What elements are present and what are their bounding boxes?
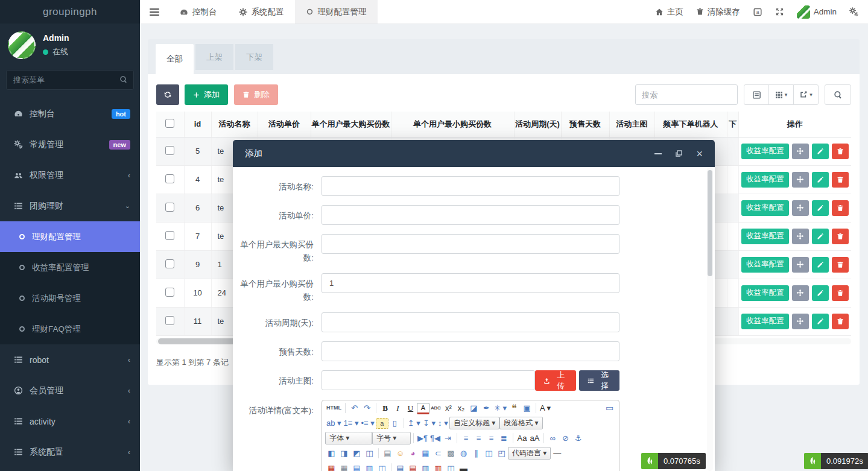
sidebar-item-dashboard[interactable]: 控制台 hot	[0, 98, 140, 129]
emoji-icon[interactable]: ☺	[394, 447, 407, 460]
navtab-finance-config[interactable]: 理财配置管理	[295, 0, 378, 24]
upload-button[interactable]: 上传	[535, 370, 576, 391]
font-family-select[interactable]: 字体 ▾	[325, 432, 372, 444]
drag-sort-button[interactable]	[792, 144, 809, 159]
row-checkbox[interactable]	[165, 203, 174, 212]
custom-title-select[interactable]: 自定义标题 ▾	[449, 417, 499, 429]
sidebar-item-auth[interactable]: 权限管理 ‹	[0, 160, 140, 191]
column-header-cycle[interactable]: 活动周期(天)	[514, 112, 561, 137]
rtl-icon[interactable]: ¶◀	[429, 432, 442, 444]
align-left-icon[interactable]: ≡	[460, 432, 472, 444]
column-header-clipped[interactable]: 下	[727, 112, 738, 137]
drag-sort-button[interactable]	[792, 172, 809, 188]
insert-image-icon[interactable]: ▤	[381, 447, 394, 460]
search-icon[interactable]	[119, 75, 128, 84]
font-menu-icon[interactable]: A ▾	[539, 402, 552, 414]
sidebar-item-finance-config[interactable]: 理财配置管理	[0, 221, 140, 252]
toolbar-separator[interactable]	[376, 403, 376, 413]
link-icon[interactable]: ∞	[546, 432, 559, 444]
cycle-days-input[interactable]	[322, 312, 619, 332]
add-button[interactable]: 添加	[185, 84, 228, 105]
align-center-icon[interactable]: ≡	[472, 432, 485, 444]
code-language-select[interactable]: 代码语言 ▾	[508, 447, 551, 460]
paragraph-bottom-icon[interactable]: ↧ ▾	[422, 417, 437, 429]
row-checkbox[interactable]	[165, 174, 174, 183]
tab-all[interactable]: 全部	[156, 44, 194, 74]
drag-sort-button[interactable]	[792, 285, 809, 301]
user-menu[interactable]: Admin	[797, 5, 837, 19]
presale-days-input[interactable]	[322, 341, 619, 361]
new-page-icon[interactable]: ▯	[388, 417, 401, 429]
fullscreen-toggle[interactable]	[775, 7, 784, 16]
edit-button[interactable]	[812, 200, 829, 216]
ltr-icon[interactable]: ▶¶	[416, 432, 429, 444]
insert-col-icon[interactable]: ▥	[419, 462, 432, 471]
column-header-price[interactable]: 活动单价	[258, 112, 311, 137]
menu-toggle-icon[interactable]	[140, 0, 169, 24]
drag-sort-button[interactable]	[792, 229, 809, 244]
subscript-icon[interactable]: x₂	[455, 402, 467, 414]
auto-typeset-icon[interactable]: ✳ ▾	[493, 402, 508, 414]
drag-sort-button[interactable]	[792, 257, 809, 273]
sidebar-item-members[interactable]: 会员管理 ‹	[0, 375, 140, 406]
italic-icon[interactable]: I	[391, 402, 404, 414]
source-code-icon[interactable]: HTML	[325, 402, 343, 414]
tab-online[interactable]: 上架	[195, 44, 233, 70]
pagebreak-icon[interactable]: ∥	[470, 447, 483, 460]
undo-icon[interactable]: ↶	[348, 402, 361, 414]
unordered-list-icon[interactable]: •≡ ▾	[360, 417, 376, 429]
delete-row-button[interactable]	[832, 144, 849, 159]
highlight-icon[interactable]: a	[376, 418, 388, 429]
blockquote-icon[interactable]: ❝	[508, 402, 521, 414]
rate-config-button[interactable]: 收益率配置	[741, 257, 789, 273]
image-left-icon[interactable]: ◧	[325, 447, 338, 460]
sidebar-item-system-config[interactable]: 系统配置 ‹	[0, 437, 140, 467]
detail-view-button[interactable]	[744, 84, 769, 105]
font-size-select[interactable]: 字号 ▾	[372, 432, 411, 444]
toolbar-separator[interactable]	[413, 433, 414, 443]
row-checkbox[interactable]	[165, 259, 174, 268]
rate-config-button[interactable]: 收益率配置	[741, 229, 789, 244]
full-row-icon[interactable]: ▬	[457, 462, 470, 471]
paint-icon[interactable]: ◕	[407, 447, 419, 460]
uppercase-icon[interactable]: Aa	[516, 432, 528, 444]
main-image-input[interactable]	[322, 370, 535, 390]
minimize-button[interactable]	[654, 153, 662, 154]
image-center-icon[interactable]: ◨	[338, 447, 350, 460]
sidebar-item-robot[interactable]: robot ‹	[0, 344, 140, 375]
edit-button[interactable]	[812, 144, 829, 159]
sidebar-item-rate-config[interactable]: 收益率配置管理	[0, 252, 140, 283]
select-all-checkbox[interactable]	[165, 119, 174, 128]
activity-name-input[interactable]	[322, 176, 619, 196]
edit-button[interactable]	[812, 172, 829, 188]
rate-config-button[interactable]: 收益率配置	[741, 172, 789, 188]
columns-button[interactable]: ▾	[768, 84, 794, 105]
spellcheck-icon[interactable]: ab ▾	[325, 417, 343, 429]
unlink-icon[interactable]: ⊘	[559, 432, 572, 444]
globe-icon[interactable]: ◍	[457, 447, 470, 460]
image-map-icon[interactable]: ▩	[445, 447, 457, 460]
column-header-max-buy[interactable]: 单个用户最大购买份数	[311, 112, 391, 137]
dialog-titlebar[interactable]: 添加 ×	[233, 140, 715, 167]
clear-cache-link[interactable]: 清除缓存	[696, 7, 740, 17]
column-header-name[interactable]: 活动名称	[211, 112, 258, 137]
eraser-icon[interactable]: ◪	[467, 402, 480, 414]
image-right-icon[interactable]: ◩	[350, 447, 363, 460]
preview-icon[interactable]: ▭	[603, 402, 616, 414]
col-op-icon[interactable]: ▥	[363, 462, 376, 471]
table-delete-icon[interactable]: ▦	[338, 462, 350, 471]
export-button[interactable]: ▾	[793, 84, 819, 105]
toolbar-separator[interactable]	[391, 463, 391, 471]
column-header-id[interactable]: id	[184, 112, 211, 137]
redo-icon[interactable]: ↷	[361, 402, 373, 414]
anchor-icon[interactable]: ⚓	[572, 432, 584, 444]
choose-button[interactable]: 选择	[579, 370, 620, 391]
bold-icon[interactable]: B	[379, 402, 391, 414]
row-checkbox[interactable]	[165, 316, 174, 325]
delete-col-icon[interactable]: ▥	[432, 462, 445, 471]
rate-config-button[interactable]: 收益率配置	[741, 285, 789, 301]
delete-row-button[interactable]	[832, 229, 849, 244]
paragraph-top-icon[interactable]: ↥ ▾	[407, 417, 422, 429]
delete-row-button[interactable]	[832, 172, 849, 188]
toolbar-separator[interactable]	[513, 433, 513, 443]
